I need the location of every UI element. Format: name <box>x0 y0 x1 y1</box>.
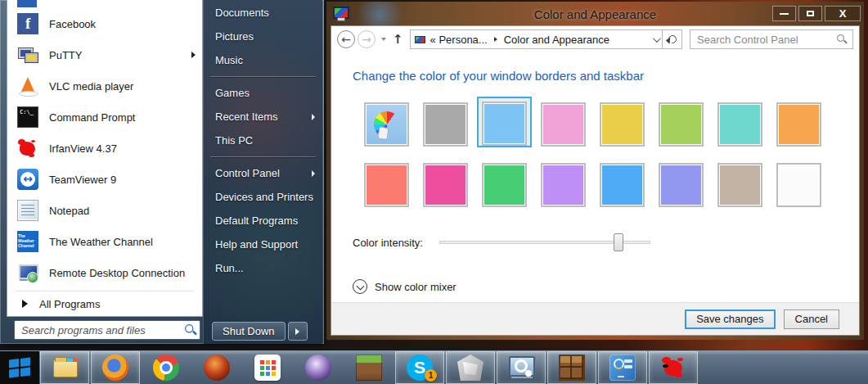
color-swatch-blue[interactable] <box>600 163 659 207</box>
start-menu-place-this-pc[interactable]: This PC <box>204 129 322 152</box>
color-intensity-slider[interactable] <box>439 233 650 251</box>
color-swatch-white[interactable] <box>776 163 835 207</box>
taskbar-button-minecraft-grass[interactable] <box>344 351 394 384</box>
color-swatch-lime-green[interactable] <box>659 102 717 147</box>
start-menu-item-irfanview-4-37[interactable]: IrfanView 4.37 <box>7 133 202 164</box>
close-button[interactable]: X <box>825 6 861 21</box>
start-menu-place-recent-items[interactable]: Recent Items <box>204 105 322 129</box>
color-swatch-violet[interactable] <box>541 163 600 207</box>
breadcrumb-current[interactable]: Color and Appearance <box>504 34 609 46</box>
shut-down-options-button[interactable] <box>288 322 308 341</box>
place-label: Recent Items <box>215 111 278 123</box>
swatch-color[interactable] <box>717 102 762 147</box>
minimize-button[interactable] <box>772 6 796 21</box>
taskbar-button-display-settings[interactable] <box>598 351 647 384</box>
cancel-button[interactable]: Cancel <box>784 309 839 329</box>
color-swatch-sky-blue[interactable] <box>482 102 541 147</box>
swatch-color[interactable] <box>482 163 527 207</box>
start-menu-item-the-weather-channel[interactable]: The Weather Channel <box>7 226 202 257</box>
start-menu-item-remote-desktop-connection[interactable]: Remote Desktop Connection <box>7 257 202 288</box>
start-search-input[interactable] <box>20 323 185 337</box>
start-menu-place-pictures[interactable]: Pictures <box>204 25 322 48</box>
taskbar-button-screen-magnifier[interactable] <box>497 351 546 384</box>
save-changes-button[interactable]: Save changes <box>685 309 775 329</box>
swatch-color[interactable] <box>423 102 468 147</box>
start-menu-item-vlc-media-player[interactable]: VLC media player <box>7 70 202 102</box>
start-menu-place-games[interactable]: Games <box>204 81 322 105</box>
swatch-color[interactable] <box>600 163 645 207</box>
swatch-color[interactable] <box>776 163 821 207</box>
color-swatch-orange[interactable] <box>776 102 835 147</box>
swatch-color[interactable] <box>482 102 527 146</box>
start-menu-item-facebook[interactable]: Facebook <box>7 8 202 39</box>
color-swatch-green[interactable] <box>482 163 541 207</box>
up-button[interactable]: ↑ <box>393 34 403 46</box>
taskbar-button-firefox[interactable] <box>91 351 140 384</box>
color-swatch-periwinkle[interactable] <box>659 163 717 207</box>
minimize-icon <box>780 13 789 15</box>
swatch-color[interactable] <box>541 102 586 147</box>
taskbar-button-eclipse[interactable] <box>294 351 343 384</box>
color-swatch-salmon-red[interactable] <box>364 163 423 207</box>
control-panel-search-input[interactable] <box>695 33 836 47</box>
start-menu-place-help-and-support[interactable]: Help and Support <box>204 233 322 256</box>
start-menu: FacebookPuTTYVLC media playerCommand Pro… <box>0 0 324 344</box>
refresh-button[interactable] <box>663 29 682 49</box>
recent-pages-dropdown[interactable] <box>381 38 386 41</box>
start-menu-item-command-prompt[interactable]: Command Prompt <box>7 102 202 133</box>
back-button[interactable]: ← <box>337 30 355 48</box>
notification-badge: 1 <box>425 369 437 382</box>
swatch-color[interactable] <box>776 102 821 147</box>
start-menu-place-music[interactable]: Music <box>204 48 322 72</box>
swatch-color[interactable] <box>600 102 645 147</box>
start-menu-place-devices-and-printers[interactable]: Devices and Printers <box>204 185 322 209</box>
all-programs-item[interactable]: All Programs <box>7 293 202 314</box>
start-button[interactable] <box>0 351 39 384</box>
taskbar-button-skype[interactable]: 1 <box>395 351 444 384</box>
start-menu-item-teamviewer-9[interactable]: TeamViewer 9 <box>7 164 202 195</box>
start-search-box[interactable] <box>14 320 200 340</box>
place-label: Control Panel <box>215 167 280 179</box>
start-menu-search-area <box>7 320 203 341</box>
color-swatch-gray[interactable] <box>423 102 482 147</box>
title-bar[interactable]: Color and Appearance X <box>326 2 864 26</box>
control-panel-search-box[interactable] <box>690 29 853 49</box>
swatch-color[interactable] <box>364 163 409 207</box>
color-swatch-magenta-pink[interactable] <box>423 163 482 207</box>
color-swatch-turquoise[interactable] <box>717 102 776 147</box>
forward-button[interactable]: → <box>358 30 376 48</box>
taskbar-button-irfanview[interactable] <box>649 351 698 384</box>
breadcrumb-root[interactable]: « Persona... <box>430 34 488 46</box>
start-menu-place-control-panel[interactable]: Control Panel <box>204 161 322 185</box>
taskbar-button-app-grid[interactable] <box>243 351 292 384</box>
slider-thumb[interactable] <box>614 233 623 251</box>
show-color-mixer[interactable]: Show color mixer <box>353 279 859 294</box>
start-menu-item-notepad[interactable]: Notepad <box>7 195 202 226</box>
taskbar-button-file-explorer[interactable] <box>40 351 89 384</box>
start-menu-place-documents[interactable]: Documents <box>204 1 322 25</box>
color-swatch-yellow[interactable] <box>600 102 659 147</box>
color-swatch-taupe[interactable] <box>717 163 776 207</box>
swatch-color[interactable] <box>541 163 586 207</box>
color-swatch-automatic[interactable] <box>364 102 423 147</box>
taskbar-button-crafting-table[interactable] <box>547 351 596 384</box>
taskbar-button-sweet-home-3d[interactable] <box>446 351 495 384</box>
maximize-button[interactable] <box>798 6 822 21</box>
color-swatch-pink[interactable] <box>541 102 600 147</box>
swatch-color[interactable] <box>659 163 704 207</box>
swatch-color[interactable] <box>717 163 762 207</box>
screen-magnifier-icon <box>508 355 534 381</box>
swatch-color[interactable] <box>423 163 468 207</box>
start-menu-place-run-[interactable]: Run... <box>204 256 322 280</box>
taskbar-button-chrome[interactable] <box>142 351 191 384</box>
breadcrumb-separator-icon <box>494 37 497 42</box>
swatch-color[interactable] <box>659 102 704 147</box>
taskbar-button-palemoon[interactable] <box>192 351 241 384</box>
address-dropdown-icon[interactable] <box>653 34 661 43</box>
start-menu-item-putty[interactable]: PuTTY <box>7 39 202 70</box>
swatch-color[interactable] <box>364 102 409 147</box>
address-bar[interactable]: « Persona... Color and Appearance <box>410 29 663 49</box>
shut-down-button[interactable]: Shut Down <box>212 322 286 341</box>
start-menu-place-default-programs[interactable]: Default Programs <box>204 209 322 233</box>
chevron-down-icon[interactable] <box>353 279 367 294</box>
